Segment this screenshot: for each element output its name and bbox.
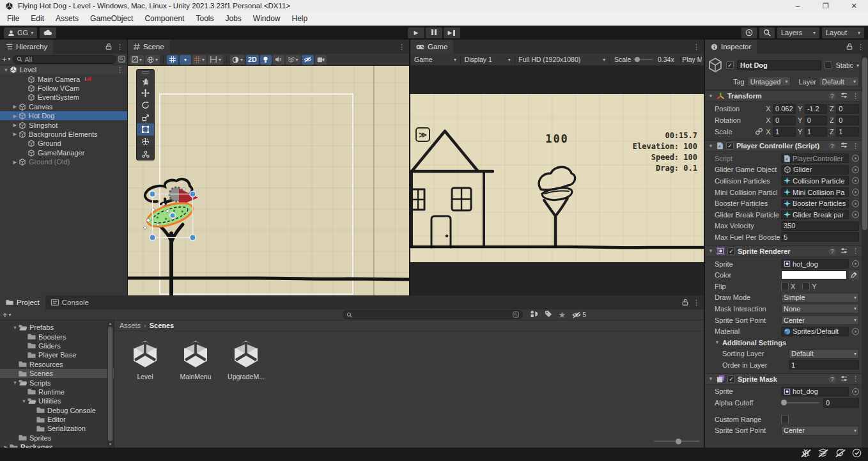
snap-increment-button[interactable]: ▾ <box>192 55 206 65</box>
handle-rotation-button[interactable]: ▾ <box>145 55 160 65</box>
tool-settings-button[interactable]: ▾ <box>130 55 144 65</box>
axis-field-z[interactable]: 0 <box>836 104 859 114</box>
breadcrumb-assets[interactable]: Assets <box>120 322 141 329</box>
tab-inspector[interactable]: Inspector <box>705 40 757 54</box>
hierarchy-item-eventsystem[interactable]: EventSystem <box>0 93 127 102</box>
grid-options-button[interactable]: ▾ <box>180 55 191 65</box>
hierarchy-item-follow-vcam[interactable]: Follow VCam <box>0 84 127 93</box>
component-menu-icon[interactable]: ⋮ <box>852 142 859 150</box>
folder-sprites[interactable]: Sprites <box>0 434 114 442</box>
tab-console[interactable]: Console <box>45 295 95 309</box>
expand-arrow[interactable]: ▶ <box>12 159 19 165</box>
object-field[interactable]: Mini Collision Pa <box>781 187 849 197</box>
undo-history-button[interactable] <box>741 27 757 38</box>
axis-field-x[interactable]: 1 <box>773 127 796 137</box>
rect-tool-button[interactable] <box>137 123 154 136</box>
overlay-drag-handle[interactable] <box>137 70 154 75</box>
search-button[interactable] <box>759 27 775 38</box>
enabled-checkbox[interactable]: ✓ <box>727 375 735 383</box>
layer-dropdown[interactable]: Default▾ <box>819 77 859 86</box>
audio-toggle-button[interactable] <box>273 55 284 65</box>
panel-menu-icon[interactable]: ⋮ <box>398 43 405 51</box>
help-icon[interactable]: ? <box>828 247 836 255</box>
presets-icon[interactable] <box>841 142 848 150</box>
search-by-label-icon[interactable] <box>545 310 552 319</box>
dropdown-field[interactable]: None▾ <box>781 304 859 313</box>
object-field[interactable]: Collision Particle <box>781 176 849 185</box>
component-header-player-controller-script-[interactable]: ▼#✓Player Controller (Script)?⋮ <box>705 140 862 152</box>
dropdown-field[interactable]: Center▾ <box>781 315 859 325</box>
asset-upgradem-[interactable]: UpgradeM... <box>227 339 265 380</box>
project-search-input[interactable] <box>343 310 523 319</box>
lighting-toggle-button[interactable] <box>260 55 272 65</box>
chevron-down-icon[interactable]: ▾ <box>9 312 12 318</box>
presets-icon[interactable] <box>841 375 848 383</box>
pivot-handle[interactable] <box>170 213 175 218</box>
favorites-star-icon[interactable]: ★ <box>559 310 566 320</box>
inspector-scrollbar[interactable] <box>862 54 868 448</box>
help-icon[interactable]: ? <box>828 142 836 150</box>
menu-tools[interactable]: Tools <box>190 12 219 26</box>
folder-packages[interactable]: ▶Packages <box>0 442 114 448</box>
auto-refresh-disabled-icon[interactable] <box>835 448 844 460</box>
component-menu-icon[interactable]: ⋮ <box>852 375 859 383</box>
alpha-slider[interactable]: 0 <box>781 398 859 408</box>
tab-hierarchy[interactable]: Hierarchy <box>0 40 53 54</box>
foldout-arrow-icon[interactable]: ▼ <box>708 93 714 99</box>
folder-scripts[interactable]: ▼Scripts <box>0 378 114 387</box>
pause-button[interactable] <box>426 27 442 38</box>
hierarchy-item-main-camera[interactable]: Main Camera <box>0 74 127 83</box>
step-button[interactable]: ▶ <box>444 27 460 38</box>
scene-visibility-button[interactable] <box>302 55 314 65</box>
menu-edit[interactable]: Edit <box>25 12 50 26</box>
tag-dropdown[interactable]: Untagged▾ <box>747 77 791 86</box>
hierarchy-item-canvas[interactable]: ▶Canvas <box>0 102 127 111</box>
foldout-arrow-icon[interactable]: ▼ <box>708 248 714 254</box>
collab-status-icon[interactable] <box>852 448 862 460</box>
static-dropdown-icon[interactable]: ▾ <box>856 63 859 68</box>
help-icon[interactable]: ? <box>828 375 836 383</box>
create-asset-button[interactable]: + <box>3 310 8 320</box>
expand-arrow[interactable]: ▼ <box>20 398 27 404</box>
minimize-button[interactable]: – <box>784 0 812 12</box>
link-scale-icon[interactable] <box>756 128 763 136</box>
menu-window[interactable]: Window <box>247 12 286 26</box>
lock-icon[interactable] <box>105 43 112 51</box>
object-field[interactable]: Glider <box>781 165 849 175</box>
hierarchy-item-gamemanager[interactable]: GameManager <box>0 148 127 157</box>
name-field[interactable]: Hot Dog <box>737 60 821 70</box>
panel-menu-icon[interactable]: ⋮ <box>693 299 700 307</box>
tree-scrollbar[interactable]: ▲▼ <box>107 321 113 447</box>
lock-icon[interactable] <box>682 299 688 307</box>
scene-camera-button[interactable] <box>315 55 327 65</box>
menu-gameobject[interactable]: GameObject <box>84 12 139 26</box>
menu-assets[interactable]: Assets <box>50 12 84 26</box>
object-picker-icon[interactable] <box>852 328 859 335</box>
presets-icon[interactable] <box>841 247 848 255</box>
chevron-down-icon[interactable]: ▾ <box>8 56 11 62</box>
axis-field-z[interactable]: 0 <box>836 116 859 125</box>
dropdown-field[interactable]: Default▾ <box>789 349 859 359</box>
presets-icon[interactable] <box>841 92 848 100</box>
asset-mainmenu[interactable]: MainMenu <box>176 339 215 380</box>
object-picker-icon[interactable] <box>852 155 859 162</box>
object-field[interactable]: #PlayerController <box>781 153 849 163</box>
handle-top-right[interactable] <box>190 191 196 197</box>
hierarchy-item-background-elements[interactable]: ▶Background Elements <box>0 130 127 139</box>
snap-move-button[interactable]: ▾ <box>208 55 223 65</box>
transform-tool-button[interactable] <box>137 136 154 148</box>
active-checkbox[interactable]: ✓ <box>726 61 734 69</box>
component-menu-icon[interactable]: ⋮ <box>852 247 859 255</box>
handle-bottom-right[interactable] <box>190 235 196 240</box>
folder-editor[interactable]: Editor <box>0 415 114 424</box>
folder-gliders[interactable]: Gliders <box>0 341 114 350</box>
expand-arrow[interactable]: ▶ <box>12 104 19 109</box>
axis-field-y[interactable]: 0 <box>805 116 828 125</box>
expand-arrow[interactable]: ▶ <box>12 122 19 128</box>
scale-slider[interactable] <box>633 59 653 60</box>
folder-resources[interactable]: Resources <box>0 360 114 369</box>
object-picker-icon[interactable] <box>852 260 859 267</box>
expand-arrow[interactable]: ▼ <box>3 67 10 73</box>
cache-disabled-icon[interactable] <box>818 448 828 460</box>
display-dropdown[interactable]: Display 1▾ <box>463 55 513 65</box>
